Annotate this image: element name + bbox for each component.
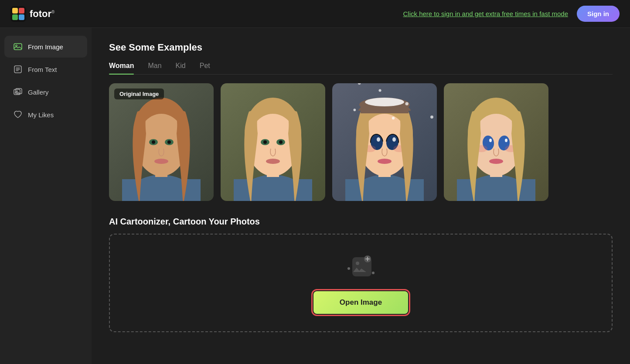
gallery-icon bbox=[13, 87, 23, 97]
svg-rect-3 bbox=[12, 14, 18, 20]
example-image-style3 bbox=[444, 83, 548, 201]
main-content: See Some Examples Woman Man Kid Pet Orig… bbox=[92, 28, 630, 364]
sidebar-item-from-text-label: From Text bbox=[28, 66, 57, 73]
svg-point-12 bbox=[372, 272, 375, 274]
example-image-style2 bbox=[332, 83, 437, 201]
example-image-style1 bbox=[221, 83, 325, 201]
tab-kid[interactable]: Kid bbox=[176, 62, 186, 74]
header-right: Click here to sign in and get extra free… bbox=[403, 6, 620, 22]
sidebar-item-from-text[interactable]: From Text bbox=[4, 58, 87, 80]
svg-rect-4 bbox=[19, 14, 24, 20]
sidebar-item-my-likes-label: My Likes bbox=[28, 111, 54, 119]
fotor-logo-icon bbox=[10, 6, 26, 22]
sidebar-item-gallery[interactable]: Gallery bbox=[4, 81, 87, 103]
sidebar-item-my-likes[interactable]: My Likes bbox=[4, 104, 87, 126]
heart-icon bbox=[13, 110, 23, 119]
open-image-button[interactable]: Open Image bbox=[313, 291, 408, 314]
example-image-grid: Original Image bbox=[109, 83, 613, 201]
tab-pet[interactable]: Pet bbox=[200, 62, 210, 74]
example-tabs: Woman Man Kid Pet bbox=[109, 62, 613, 75]
examples-title: See Some Examples bbox=[109, 42, 613, 53]
upload-icon bbox=[344, 252, 378, 282]
upload-title: AI Cartoonizer, Cartoon Your Photos bbox=[109, 217, 613, 227]
sign-in-prompt[interactable]: Click here to sign in and get extra free… bbox=[403, 10, 568, 17]
sidebar-item-from-image[interactable]: From Image bbox=[4, 36, 87, 58]
main-layout: From Image From Text Gallery My bbox=[0, 28, 630, 364]
logo-area: fotor® bbox=[10, 6, 54, 22]
svg-point-14 bbox=[356, 262, 359, 265]
example-image-original: Original Image bbox=[109, 83, 214, 201]
sidebar: From Image From Text Gallery My bbox=[0, 28, 92, 364]
original-image-badge: Original Image bbox=[114, 88, 164, 99]
from-image-icon bbox=[13, 42, 23, 51]
sidebar-item-gallery-label: Gallery bbox=[28, 88, 49, 96]
svg-rect-2 bbox=[19, 8, 24, 14]
svg-point-11 bbox=[347, 267, 350, 270]
svg-rect-1 bbox=[12, 8, 18, 14]
tab-woman[interactable]: Woman bbox=[109, 62, 134, 74]
sign-in-button[interactable]: Sign in bbox=[577, 6, 620, 22]
sidebar-item-from-image-label: From Image bbox=[28, 43, 63, 51]
svg-rect-5 bbox=[14, 44, 22, 50]
svg-point-6 bbox=[16, 45, 17, 47]
header: fotor® Click here to sign in and get ext… bbox=[0, 0, 630, 28]
upload-zone[interactable]: Open Image bbox=[109, 234, 613, 332]
svg-point-10 bbox=[17, 91, 18, 92]
from-text-icon bbox=[13, 65, 23, 74]
logo-text: fotor® bbox=[30, 8, 54, 20]
tab-man[interactable]: Man bbox=[148, 62, 161, 74]
